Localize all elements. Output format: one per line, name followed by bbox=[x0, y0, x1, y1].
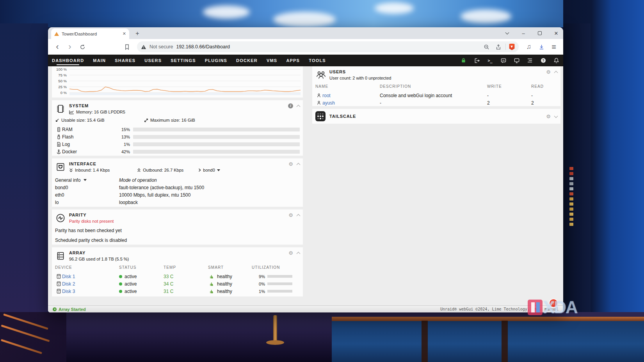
users-panel: USERS User count: 2 with 0 unprotected ⚙… bbox=[312, 66, 560, 106]
nav-item-dashboard[interactable]: DASHBOARD bbox=[52, 58, 84, 63]
disk-smart: healthy bbox=[217, 289, 232, 294]
nav-item-main[interactable]: MAIN bbox=[93, 58, 106, 63]
users-column-header: WRITE bbox=[487, 84, 531, 89]
user-icon bbox=[317, 100, 321, 105]
system-meter-row: Log 1% bbox=[55, 140, 300, 148]
xda-letters: XDA bbox=[543, 300, 577, 315]
browser-tab-strip: Tower/Dashboard ✕ + – ✕ bbox=[48, 27, 563, 39]
feedback-icon[interactable] bbox=[500, 58, 506, 64]
back-button[interactable]: ‹ bbox=[52, 41, 63, 52]
nav-item-settings[interactable]: SETTINGS bbox=[171, 58, 196, 63]
gear-icon[interactable]: ⚙ bbox=[546, 114, 551, 119]
logout-icon[interactable] bbox=[474, 58, 480, 64]
user-row: root Console and webGui login account - … bbox=[315, 92, 557, 99]
array-status-label: Array Started bbox=[59, 307, 86, 312]
info-icon[interactable]: i bbox=[288, 103, 293, 108]
nav-item-plugins[interactable]: PLUGINS bbox=[205, 58, 227, 63]
cpu-chart-panel: 100 %75 %50 %25 %0 % bbox=[52, 66, 303, 98]
user-icon bbox=[317, 93, 321, 98]
collapse-icon[interactable] bbox=[297, 252, 301, 256]
interface-mode: loopback bbox=[119, 200, 300, 205]
expand-icon[interactable] bbox=[554, 114, 558, 118]
flash-icon bbox=[56, 134, 61, 140]
interface-name: bond0 bbox=[55, 185, 119, 190]
wallpaper-lamp bbox=[273, 315, 277, 342]
array-usage: 96.2 GB used of 1.8 TB (5.5 %) bbox=[69, 257, 129, 261]
cpu-chart-baseline bbox=[69, 93, 301, 95]
nav-item-vms[interactable]: VMS bbox=[267, 58, 277, 63]
gear-icon[interactable]: ⚙ bbox=[288, 213, 293, 218]
wallpaper-city-window bbox=[332, 317, 644, 362]
nav-item-docker[interactable]: DOCKER bbox=[236, 58, 258, 63]
brave-shield-icon[interactable] bbox=[509, 44, 515, 50]
not-secure-icon bbox=[141, 44, 146, 50]
log-icon[interactable] bbox=[527, 58, 533, 64]
disk-utilization-bar bbox=[267, 282, 292, 285]
nav-item-users[interactable]: USERS bbox=[144, 58, 162, 63]
gear-icon[interactable]: ⚙ bbox=[288, 161, 293, 167]
display-icon[interactable] bbox=[514, 58, 519, 64]
menu-icon[interactable]: ≡ bbox=[548, 41, 559, 52]
close-button[interactable]: ✕ bbox=[553, 30, 559, 36]
disk-link[interactable]: Disk 1 bbox=[62, 274, 75, 279]
panel-title: INTERFACE bbox=[69, 161, 220, 166]
collapse-icon[interactable] bbox=[297, 105, 301, 109]
status-dot-icon bbox=[119, 282, 122, 286]
wallpaper-left bbox=[0, 23, 48, 324]
forward-button[interactable]: › bbox=[64, 41, 75, 52]
terminal-icon[interactable]: >_ bbox=[487, 58, 493, 64]
minimize-button[interactable]: – bbox=[520, 30, 527, 36]
nav-item-shares[interactable]: SHARES bbox=[115, 58, 135, 63]
bell-icon[interactable] bbox=[553, 58, 559, 64]
share-icon[interactable] bbox=[494, 41, 502, 52]
zoom-icon[interactable] bbox=[482, 41, 491, 52]
help-icon[interactable]: ? bbox=[540, 58, 546, 64]
collapse-icon[interactable] bbox=[554, 71, 558, 75]
meter-bar bbox=[133, 150, 300, 154]
user-read: - bbox=[531, 93, 557, 98]
gear-icon[interactable]: ⚙ bbox=[546, 69, 551, 75]
collapse-icon[interactable] bbox=[297, 214, 301, 218]
maximize-button[interactable] bbox=[537, 30, 543, 36]
user-link[interactable]: ayush bbox=[322, 100, 335, 106]
interface-view-select[interactable]: General info bbox=[55, 177, 80, 183]
disk-status: active bbox=[125, 281, 137, 287]
browser-tab[interactable]: Tower/Dashboard ✕ bbox=[51, 28, 129, 39]
tab-search-icon[interactable] bbox=[504, 30, 510, 36]
disk-link[interactable]: Disk 3 bbox=[62, 289, 75, 294]
parity-pulse-icon bbox=[55, 213, 66, 224]
meter-bar bbox=[133, 135, 300, 139]
address-bar[interactable]: Not secure 192.168.0.66/Dashboard bbox=[137, 41, 519, 52]
array-panel: ARRAY 96.2 GB used of 1.8 TB (5.5 %) ⚙ D… bbox=[52, 247, 303, 296]
port-select[interactable]: bond0 bbox=[203, 168, 215, 172]
chip-icon bbox=[55, 103, 66, 114]
outbound-icon bbox=[137, 168, 141, 172]
user-write: 2 bbox=[487, 100, 531, 106]
interface-mode: fault-tolerance (active-backup), mtu 150… bbox=[119, 185, 300, 190]
array-column-header: STATUS bbox=[119, 265, 164, 270]
download-icon[interactable] bbox=[536, 41, 547, 52]
collapse-icon[interactable] bbox=[297, 163, 301, 167]
new-tab-button[interactable]: + bbox=[132, 28, 142, 39]
array-column-header: SMART bbox=[208, 265, 252, 270]
nav-item-apps[interactable]: APPS bbox=[286, 58, 300, 63]
wallpaper-window-frame bbox=[563, 23, 591, 339]
gear-icon[interactable]: ⚙ bbox=[288, 250, 293, 256]
disk-icon bbox=[56, 274, 61, 279]
array-disk-row: Disk 3 active 31 C healthy 1% bbox=[55, 287, 300, 295]
chart-ytick-label: 25 % bbox=[52, 85, 67, 89]
user-link[interactable]: root bbox=[322, 93, 331, 98]
media-icon[interactable]: ♫ bbox=[523, 41, 534, 52]
caret-down-icon bbox=[217, 169, 220, 171]
interface-row: lo loopback bbox=[55, 199, 300, 206]
lock-icon[interactable] bbox=[461, 58, 466, 64]
usable-size: Usable size: 15.4 GiB bbox=[61, 118, 105, 122]
reload-button[interactable] bbox=[77, 41, 88, 52]
disk-link[interactable]: Disk 2 bbox=[62, 281, 75, 287]
tab-close-icon[interactable]: ✕ bbox=[123, 31, 126, 36]
bookmark-icon[interactable] bbox=[121, 41, 132, 52]
dashboard-content: 100 %75 %50 %25 %0 % bbox=[48, 66, 563, 305]
nav-item-tools[interactable]: TOOLS bbox=[309, 58, 326, 63]
meter-label: RAM bbox=[62, 127, 114, 132]
parity-panel: PARITY Parity disks not present ⚙ Parity… bbox=[52, 209, 303, 245]
